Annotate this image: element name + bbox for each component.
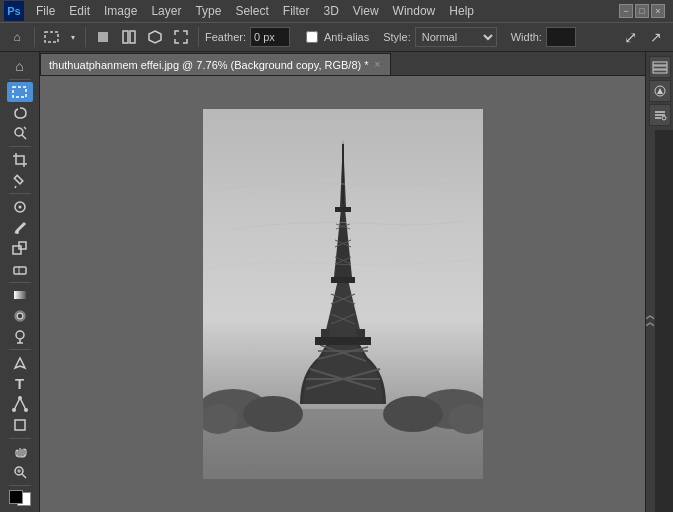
menu-bar: Ps File Edit Image Layer Type Select Fil… bbox=[0, 0, 673, 22]
tab-close-button[interactable]: × bbox=[373, 59, 383, 70]
svg-rect-63 bbox=[653, 70, 667, 73]
image-canvas[interactable] bbox=[203, 109, 483, 479]
svg-line-8 bbox=[24, 127, 26, 129]
menu-window[interactable]: Window bbox=[387, 2, 442, 20]
tool-separator2 bbox=[9, 146, 31, 147]
svg-marker-4 bbox=[149, 31, 161, 43]
svg-rect-14 bbox=[13, 246, 21, 254]
tool-dodge[interactable] bbox=[7, 327, 33, 347]
tool-brush[interactable] bbox=[7, 218, 33, 238]
tool-separator7 bbox=[9, 485, 31, 486]
tool-hand[interactable] bbox=[7, 441, 33, 461]
svg-rect-47 bbox=[315, 337, 371, 345]
menu-type[interactable]: Type bbox=[189, 2, 227, 20]
photoshop-logo: Ps bbox=[4, 1, 24, 21]
svg-rect-59 bbox=[335, 207, 351, 212]
rect-marquee-button[interactable] bbox=[41, 26, 63, 48]
foreground-color[interactable] bbox=[9, 490, 23, 504]
collapse-icon: ❮❮ bbox=[646, 314, 655, 328]
svg-rect-16 bbox=[14, 267, 26, 274]
menu-file[interactable]: File bbox=[30, 2, 61, 20]
svg-rect-9 bbox=[14, 175, 22, 183]
style-select[interactable]: Normal Fixed Ratio Fixed Size bbox=[415, 27, 497, 47]
properties-panel-button[interactable] bbox=[649, 104, 671, 126]
transform-button[interactable] bbox=[144, 26, 166, 48]
clone-icon bbox=[12, 240, 28, 256]
svg-rect-5 bbox=[13, 87, 26, 97]
eraser-icon bbox=[12, 261, 28, 277]
expand-button[interactable] bbox=[170, 26, 192, 48]
tool-type[interactable]: T bbox=[7, 374, 33, 394]
svg-line-7 bbox=[22, 135, 26, 139]
tool-blur[interactable] bbox=[7, 306, 33, 326]
eiffel-tower-image bbox=[203, 109, 483, 479]
pen-icon bbox=[12, 355, 28, 371]
home-icon: ⌂ bbox=[13, 30, 20, 44]
menu-filter[interactable]: Filter bbox=[277, 2, 316, 20]
gradient-icon bbox=[12, 287, 28, 303]
toolbar-separator2 bbox=[85, 27, 86, 47]
svg-point-12 bbox=[18, 205, 21, 208]
menu-image[interactable]: Image bbox=[98, 2, 143, 20]
square-marquee-button[interactable] bbox=[92, 26, 114, 48]
path-select-icon bbox=[12, 396, 28, 412]
tools-panel: ⌂ bbox=[0, 52, 40, 512]
svg-point-25 bbox=[12, 408, 16, 412]
color-swatches[interactable] bbox=[7, 488, 33, 508]
options-toolbar: ⌂ ▾ Feather: Anti-alias bbox=[0, 22, 673, 52]
marquee-tool-icon bbox=[12, 84, 28, 100]
svg-rect-60 bbox=[342, 144, 344, 204]
tool-zoom[interactable] bbox=[7, 462, 33, 482]
svg-point-21 bbox=[16, 331, 24, 339]
crop-icon bbox=[12, 152, 28, 168]
menu-select[interactable]: Select bbox=[229, 2, 274, 20]
menu-help[interactable]: Help bbox=[443, 2, 480, 20]
tool-spot-heal[interactable] bbox=[7, 197, 33, 217]
marquee-dropdown-button[interactable]: ▾ bbox=[67, 26, 79, 48]
panel-collapse-handle[interactable]: ❮❮ bbox=[645, 130, 655, 512]
layers-panel-button[interactable] bbox=[649, 56, 671, 78]
home-toolbar-button[interactable]: ⌂ bbox=[6, 26, 28, 48]
svg-point-20 bbox=[17, 313, 23, 319]
svg-rect-1 bbox=[98, 32, 108, 42]
document-tab[interactable]: thuthuatphanmem effei.jpg @ 7.76% (Backg… bbox=[40, 53, 391, 75]
arrange-button[interactable]: ⤢ bbox=[619, 26, 641, 48]
share-button[interactable]: ↗ bbox=[645, 26, 667, 48]
tool-eyedropper[interactable] bbox=[7, 171, 33, 191]
tool-crop[interactable] bbox=[7, 150, 33, 170]
properties-icon bbox=[652, 108, 668, 122]
move-icon bbox=[121, 29, 137, 45]
arrange-icon: ⤢ bbox=[624, 28, 637, 47]
tool-gradient[interactable] bbox=[7, 285, 33, 305]
antialias-checkbox[interactable] bbox=[306, 31, 318, 43]
blur-icon bbox=[12, 308, 28, 324]
svg-point-24 bbox=[18, 396, 22, 400]
tool-quick-select[interactable] bbox=[7, 124, 33, 144]
tool-home[interactable]: ⌂ bbox=[7, 56, 33, 76]
close-button[interactable]: × bbox=[651, 4, 665, 18]
menu-layer[interactable]: Layer bbox=[145, 2, 187, 20]
tool-separator3 bbox=[9, 193, 31, 194]
menu-view[interactable]: View bbox=[347, 2, 385, 20]
move-tool-button[interactable] bbox=[118, 26, 140, 48]
menu-edit[interactable]: Edit bbox=[63, 2, 96, 20]
brush-icon bbox=[12, 220, 28, 236]
menu-3d[interactable]: 3D bbox=[317, 2, 344, 20]
tool-marquee[interactable] bbox=[7, 82, 33, 102]
tool-eraser[interactable] bbox=[7, 259, 33, 279]
adjustments-panel-button[interactable] bbox=[649, 80, 671, 102]
svg-point-38 bbox=[383, 396, 443, 432]
canvas-content[interactable] bbox=[40, 76, 645, 512]
tool-shape[interactable] bbox=[7, 415, 33, 435]
maximize-button[interactable]: □ bbox=[635, 4, 649, 18]
width-input[interactable] bbox=[546, 27, 576, 47]
style-label: Style: bbox=[383, 31, 411, 43]
minimize-button[interactable]: − bbox=[619, 4, 633, 18]
spot-heal-icon bbox=[12, 199, 28, 215]
tool-lasso[interactable] bbox=[7, 103, 33, 123]
tool-pen[interactable] bbox=[7, 353, 33, 373]
feather-input[interactable] bbox=[250, 27, 290, 47]
tool-path-select[interactable] bbox=[7, 394, 33, 414]
shape-icon bbox=[12, 417, 28, 433]
tool-clone[interactable] bbox=[7, 238, 33, 258]
